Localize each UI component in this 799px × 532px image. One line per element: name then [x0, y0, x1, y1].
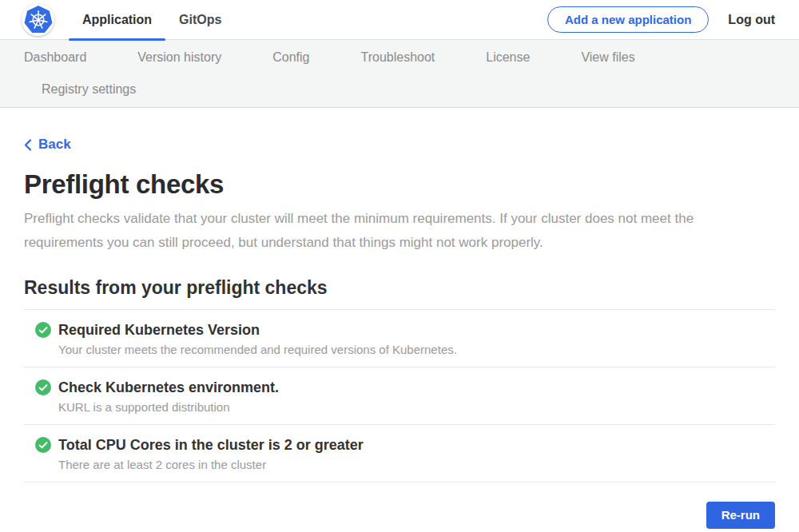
subnav-row-1: Dashboard Version history Config Trouble…	[0, 42, 799, 73]
check-row: Check Kubernetes environment. KURL is a …	[24, 367, 775, 424]
success-check-icon	[35, 437, 51, 453]
check-row-text: Required Kubernetes Version Your cluster…	[58, 321, 457, 356]
rerun-button[interactable]: Re-run	[706, 502, 775, 529]
check-message: KURL is a supported distribution	[58, 400, 279, 414]
subnav-item-version-history[interactable]: Version history	[137, 50, 221, 65]
check-row: Required Kubernetes Version Your cluster…	[24, 309, 775, 367]
kubernetes-logo-icon[interactable]	[22, 3, 54, 36]
preflight-check-list: Required Kubernetes Version Your cluster…	[24, 309, 775, 482]
page-actions: Re-run	[24, 502, 775, 529]
results-heading: Results from your preflight checks	[24, 277, 775, 299]
tab-application[interactable]: Application	[69, 0, 165, 40]
subnav-item-view-files[interactable]: View files	[581, 50, 634, 65]
check-row: Total CPU Cores in the cluster is 2 or g…	[24, 424, 775, 482]
primary-tabs: Application GitOps	[69, 0, 235, 40]
check-row-text: Total CPU Cores in the cluster is 2 or g…	[58, 436, 364, 471]
add-application-button[interactable]: Add a new application	[547, 6, 709, 33]
subnav-item-license[interactable]: License	[486, 50, 530, 65]
page-title: Preflight checks	[24, 169, 775, 200]
logout-link[interactable]: Log out	[728, 13, 775, 27]
navbar-right-actions: Add a new application Log out	[547, 6, 775, 33]
subnav-item-registry-settings[interactable]: Registry settings	[42, 82, 136, 97]
back-link[interactable]: Back	[24, 137, 71, 153]
check-title: Total CPU Cores in the cluster is 2 or g…	[58, 436, 364, 454]
subnav-item-troubleshoot[interactable]: Troubleshoot	[360, 50, 435, 65]
subnav-item-config[interactable]: Config	[272, 50, 309, 65]
page-description: Preflight checks validate that your clus…	[24, 207, 759, 255]
check-row-text: Check Kubernetes environment. KURL is a …	[58, 379, 279, 414]
tab-gitops-label: GitOps	[179, 13, 221, 27]
tab-application-label: Application	[82, 13, 152, 27]
top-navbar: Application GitOps Add a new application…	[0, 0, 799, 40]
check-title: Required Kubernetes Version	[58, 321, 457, 339]
preflight-page: Back Preflight checks Preflight checks v…	[0, 108, 799, 529]
chevron-left-icon	[24, 139, 32, 151]
tab-gitops[interactable]: GitOps	[165, 0, 235, 40]
check-message: Your cluster meets the recommended and r…	[58, 343, 457, 356]
back-link-label: Back	[38, 137, 71, 153]
check-title: Check Kubernetes environment.	[58, 379, 279, 396]
success-check-icon	[35, 379, 51, 395]
success-check-icon	[35, 322, 51, 338]
subnav-item-dashboard[interactable]: Dashboard	[24, 50, 86, 65]
app-subnav: Dashboard Version history Config Trouble…	[0, 40, 799, 108]
check-message: There are at least 2 cores in the cluste…	[58, 458, 364, 471]
subnav-row-2: Registry settings	[0, 73, 799, 105]
